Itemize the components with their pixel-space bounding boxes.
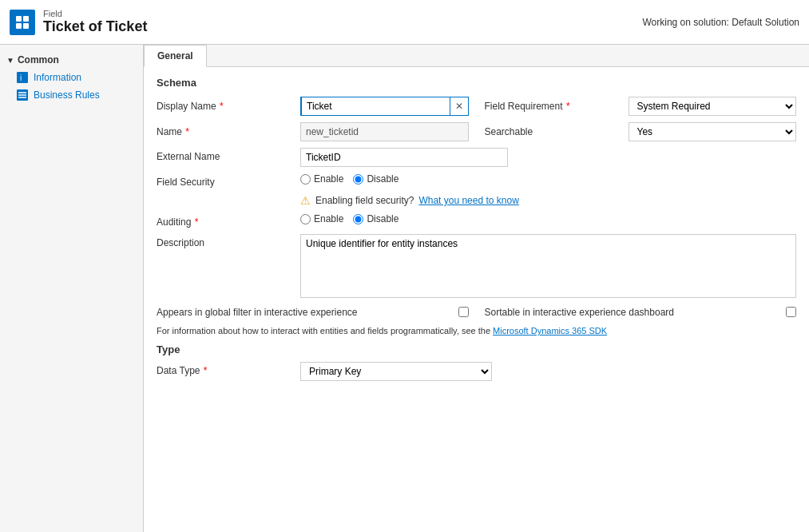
warning-link[interactable]: What you need to know — [418, 195, 518, 206]
sidebar-item-business-rules[interactable]: Business Rules — [0, 86, 143, 104]
main-layout: ▼ Common i Information Business R — [0, 45, 809, 532]
business-rules-icon — [16, 89, 29, 101]
field-req-required: * — [564, 101, 570, 112]
field-security-enable-text: Enable — [314, 173, 343, 185]
global-filter-left: Appears in global filter in interactive … — [157, 307, 469, 320]
field-requirement-select[interactable]: System Required Business Required Option… — [629, 97, 797, 116]
sortable-label: Sortable in interactive experience dashb… — [485, 307, 779, 320]
sdk-link[interactable]: Microsoft Dynamics 365 SDK — [493, 326, 607, 335]
field-requirement-label: Field Requirement * — [485, 101, 629, 112]
svg-rect-1 — [23, 16, 29, 22]
clear-display-name-button[interactable]: ✕ — [450, 101, 468, 112]
field-security-enable-label[interactable]: Enable — [300, 173, 343, 185]
title-block: Field Ticket of Ticket — [43, 9, 147, 35]
working-on-label: Working on solution: Default Solution — [642, 17, 799, 28]
searchable-select[interactable]: Yes No — [629, 122, 797, 141]
auditing-disable-radio[interactable] — [353, 214, 363, 224]
sortable-checkbox[interactable] — [786, 307, 796, 317]
sidebar-section-common[interactable]: ▼ Common — [0, 51, 143, 69]
global-filter-label: Appears in global filter in interactive … — [157, 307, 450, 320]
field-label: Field — [43, 9, 147, 18]
name-required: * — [183, 126, 189, 137]
searchable-label: Searchable — [485, 126, 629, 137]
auditing-enable-text: Enable — [314, 213, 343, 224]
sdk-info-text: For information about how to interact wi… — [157, 326, 490, 335]
schema-section-title: Schema — [157, 77, 796, 89]
display-name-input[interactable] — [301, 97, 450, 116]
svg-rect-4 — [17, 72, 28, 83]
tab-general[interactable]: General — [144, 45, 207, 67]
external-name-control — [300, 148, 508, 167]
name-left: Name * — [157, 122, 469, 141]
svg-rect-2 — [16, 23, 22, 29]
information-label: Information — [34, 72, 81, 83]
data-type-row: Data Type * Primary Key — [157, 362, 796, 381]
field-icon-svg — [15, 15, 30, 30]
form-content: Schema Display Name * ✕ — [144, 67, 809, 397]
svg-rect-3 — [23, 23, 29, 29]
field-security-row: Field Security Enable Disable — [157, 173, 796, 188]
name-control — [300, 122, 469, 141]
page-title: Ticket of Ticket — [43, 18, 147, 35]
sidebar-section-label: Common — [18, 54, 59, 66]
auditing-radio-group: Enable Disable — [300, 213, 796, 224]
information-icon: i — [16, 71, 29, 84]
field-security-disable-text: Disable — [367, 173, 399, 185]
svg-rect-0 — [16, 16, 22, 22]
display-name-control: ✕ — [300, 97, 469, 116]
auditing-row: Auditing * Enable Disable — [157, 213, 796, 228]
auditing-control: Enable Disable — [300, 213, 796, 224]
warning-icon: ⚠ — [300, 194, 311, 207]
name-input[interactable] — [300, 122, 469, 141]
global-filter-checkbox-wrapper — [458, 307, 469, 320]
warning-text: Enabling field security? — [315, 195, 414, 206]
auditing-required: * — [192, 216, 198, 228]
searchable-control: Yes No — [629, 122, 797, 141]
external-name-input[interactable] — [300, 148, 508, 167]
rules-svg — [17, 89, 28, 101]
auditing-enable-label[interactable]: Enable — [300, 213, 343, 224]
auditing-disable-text: Disable — [367, 213, 399, 224]
content-area: General Schema Display Name * ✕ — [144, 45, 809, 532]
data-type-control: Primary Key — [300, 362, 492, 381]
data-type-label: Data Type * — [157, 362, 300, 376]
collapse-arrow-icon: ▼ — [6, 56, 14, 65]
field-security-disable-radio[interactable] — [353, 174, 363, 185]
field-security-label: Field Security — [157, 173, 300, 188]
data-type-select[interactable]: Primary Key — [300, 362, 492, 381]
auditing-disable-label[interactable]: Disable — [353, 213, 399, 224]
name-label: Name * — [157, 126, 300, 137]
top-bar: Field Ticket of Ticket Working on soluti… — [0, 0, 809, 45]
top-bar-left: Field Ticket of Ticket — [10, 9, 147, 35]
warning-row: ⚠ Enabling field security? What you need… — [300, 194, 796, 207]
field-requirement-control: System Required Business Required Option… — [629, 97, 797, 116]
type-section-title: Type — [157, 343, 796, 355]
svg-text:i: i — [20, 73, 22, 82]
checkbox-row: Appears in global filter in interactive … — [157, 307, 796, 320]
description-row: Description Unique identifier for entity… — [157, 234, 796, 300]
display-name-left: Display Name * ✕ — [157, 97, 469, 116]
business-rules-label: Business Rules — [34, 89, 100, 101]
sortable-right: Sortable in interactive experience dashb… — [485, 307, 797, 320]
name-row: Name * Searchable Yes No — [157, 122, 796, 141]
sidebar: ▼ Common i Information Business R — [0, 45, 144, 532]
external-name-row: External Name — [157, 148, 796, 167]
display-name-row: Display Name * ✕ Field Requirement * — [157, 97, 796, 116]
field-requirement-right: Field Requirement * System Required Busi… — [485, 97, 797, 116]
sdk-info-row: For information about how to interact wi… — [157, 326, 796, 335]
display-name-required: * — [217, 101, 224, 112]
searchable-right: Searchable Yes No — [485, 122, 797, 141]
auditing-label: Auditing * — [157, 213, 300, 228]
tabs-bar: General — [144, 45, 809, 67]
sidebar-item-information[interactable]: i Information — [0, 69, 143, 86]
field-security-disable-label[interactable]: Disable — [353, 173, 399, 185]
description-label: Description — [157, 234, 300, 248]
external-name-label: External Name — [157, 148, 300, 162]
global-filter-checkbox[interactable] — [458, 307, 469, 317]
app-icon — [10, 10, 35, 35]
field-security-control: Enable Disable — [300, 173, 796, 185]
field-security-enable-radio[interactable] — [300, 174, 311, 185]
description-textarea[interactable]: Unique identifier for entity instances — [300, 234, 796, 298]
auditing-enable-radio[interactable] — [300, 214, 311, 224]
field-security-radio-group: Enable Disable — [300, 173, 796, 185]
